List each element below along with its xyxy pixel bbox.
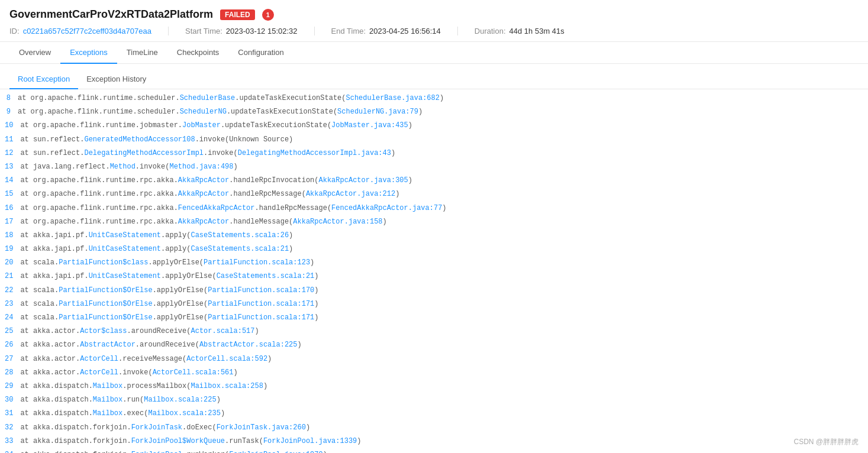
line-number: 32 [0,422,20,433]
line-content: at akka.dispatch.Mailbox.exec(Mailbox.sc… [20,408,868,419]
line-content: at scala.PartialFunction$OrElse.applyOrE… [20,299,868,310]
line-content: at sun.reflect.DelegatingMethodAccessorI… [20,148,868,159]
trace-line: 15 at org.apache.flink.runtime.rpc.akka.… [0,187,868,201]
trace-line: 19 at akka.japi.pf.UnitCaseStatement.app… [0,242,868,256]
line-number: 24 [0,312,20,323]
line-content: at org.apache.flink.runtime.scheduler.Sc… [18,106,868,118]
line-number: 8 [0,93,18,104]
error-count: 1 [262,9,274,21]
line-number: 28 [0,367,20,378]
trace-line: 27 at akka.actor.ActorCell.receiveMessag… [0,352,868,366]
line-content: at akka.dispatch.forkjoin.ForkJoinTask.d… [20,422,868,433]
line-content: at org.apache.flink.runtime.jobmaster.Jo… [20,120,868,131]
trace-line: 18 at akka.japi.pf.UnitCaseStatement.app… [0,229,868,242]
id-value: c0221a657c52f77c2ceff03d4a707eaa [23,27,151,35]
line-number: 15 [0,189,20,200]
tab-checkpoints[interactable]: Checkpoints [167,42,229,64]
trace-line: 13 at java.lang.reflect.Method.invoke(Me… [0,160,868,174]
meta-id: ID: c0221a657c52f77c2ceff03d4a707eaa [9,27,169,35]
subtab-exception-history[interactable]: Exception History [78,70,154,89]
trace-line: 34 at akka.dispatch.forkjoin.ForkJoinPoo… [0,448,868,453]
line-content: at java.lang.reflect.Method.invoke(Metho… [20,161,868,173]
line-number: 16 [0,203,20,214]
line-content: at org.apache.flink.runtime.rpc.akka.Akk… [20,216,868,228]
meta-end: End Time: 2023-04-25 16:56:14 [331,27,458,35]
line-number: 27 [0,354,20,365]
line-number: 20 [0,257,20,268]
line-number: 13 [0,161,20,173]
line-number: 12 [0,148,20,159]
line-content: at akka.actor.ActorCell.invoke(ActorCell… [20,367,868,378]
content: Root Exception Exception History 8 at or… [0,64,868,453]
trace-line: 25 at akka.actor.Actor$class.aroundRecei… [0,325,868,338]
trace-line: 26 at akka.actor.AbstractActor.aroundRec… [0,338,868,352]
line-number: 33 [0,436,20,447]
line-number: 21 [0,271,20,282]
line-number: 34 [0,449,20,453]
line-number: 30 [0,394,20,406]
line-number: 25 [0,326,20,337]
trace-line: 14 at org.apache.flink.runtime.rpc.akka.… [0,174,868,187]
watermark: CSDN @胖胖胖胖虎 [793,437,859,447]
line-number: 11 [0,134,20,145]
trace-line: 32 at akka.dispatch.forkjoin.ForkJoinTas… [0,421,868,435]
meta-start: Start Time: 2023-03-12 15:02:32 [185,27,315,35]
tab-overview[interactable]: Overview [9,42,60,64]
line-content: at scala.PartialFunction$OrElse.applyOrE… [20,285,868,296]
line-content: at akka.actor.AbstractActor.aroundReceiv… [20,339,868,351]
end-value: 2023-04-25 16:56:14 [369,27,441,35]
sub-tabs: Root Exception Exception History [0,64,868,89]
line-content: at akka.dispatch.forkjoin.ForkJoinPool$W… [20,436,868,447]
line-number: 29 [0,381,20,392]
tab-timeline[interactable]: TimeLine [117,42,167,64]
duration-value: 44d 1h 53m 41s [509,27,564,35]
line-content: at akka.actor.ActorCell.receiveMessage(A… [20,354,868,365]
trace-line: 24 at scala.PartialFunction$OrElse.apply… [0,311,868,325]
trace-line: 8 at org.apache.flink.runtime.scheduler.… [0,92,868,105]
line-content: at sun.reflect.GeneratedMethodAccessor10… [20,134,868,145]
stacktrace: 8 at org.apache.flink.runtime.scheduler.… [0,89,868,453]
line-number: 17 [0,216,20,228]
trace-line: 30 at akka.dispatch.Mailbox.run(Mailbox.… [0,393,868,407]
tab-configuration[interactable]: Configuration [228,42,293,64]
meta-duration: Duration: 44d 1h 53m 41s [475,27,581,35]
trace-line: 28 at akka.actor.ActorCell.invoke(ActorC… [0,366,868,380]
line-content: at org.apache.flink.runtime.rpc.akka.Akk… [20,189,868,200]
line-number: 19 [0,244,20,255]
trace-line: 33 at akka.dispatch.forkjoin.ForkJoinPoo… [0,435,868,448]
line-content: at org.apache.flink.runtime.rpc.akka.Akk… [20,175,868,186]
line-number: 31 [0,408,20,419]
line-content: at akka.dispatch.forkjoin.ForkJoinPool.r… [20,449,868,453]
line-number: 22 [0,285,20,296]
line-content: at akka.actor.Actor$class.aroundReceive(… [20,326,868,337]
line-number: 26 [0,339,20,351]
line-content: at akka.dispatch.Mailbox.run(Mailbox.sca… [20,394,868,406]
start-value: 2023-03-12 15:02:32 [226,27,298,35]
line-content: at akka.japi.pf.UnitCaseStatement.apply(… [20,230,868,241]
trace-line: 22 at scala.PartialFunction$OrElse.apply… [0,284,868,297]
trace-line: 21 at akka.japi.pf.UnitCaseStatement.app… [0,270,868,283]
trace-line: 10 at org.apache.flink.runtime.jobmaster… [0,119,868,132]
line-content: at scala.PartialFunction$OrElse.applyOrE… [20,312,868,323]
failed-badge: FAILED [220,9,255,20]
subtab-root-exception[interactable]: Root Exception [9,70,78,89]
tab-exceptions[interactable]: Exceptions [60,42,117,64]
line-content: at org.apache.flink.runtime.rpc.akka.Fen… [20,203,868,214]
line-content: at akka.japi.pf.UnitCaseStatement.apply(… [20,244,868,255]
line-content: at akka.japi.pf.UnitCaseStatement.applyO… [20,271,868,282]
line-number: 14 [0,175,20,186]
app-title: GovernmentCarProV2xRTData2Platform [9,8,213,21]
line-content: at scala.PartialFunction$class.applyOrEl… [20,257,868,268]
line-content: at akka.dispatch.Mailbox.processMailbox(… [20,381,868,392]
trace-line: 29 at akka.dispatch.Mailbox.processMailb… [0,380,868,393]
header-meta: ID: c0221a657c52f77c2ceff03d4a707eaa Sta… [9,27,859,35]
header: GovernmentCarProV2xRTData2Platform FAILE… [0,0,868,64]
trace-line: 20 at scala.PartialFunction$class.applyO… [0,256,868,270]
line-content: at org.apache.flink.runtime.scheduler.Sc… [18,93,868,104]
trace-line: 11 at sun.reflect.GeneratedMethodAccesso… [0,133,868,147]
line-number: 9 [0,106,18,118]
trace-line: 31 at akka.dispatch.Mailbox.exec(Mailbox… [0,407,868,420]
nav-tabs: Overview Exceptions TimeLine Checkpoints… [0,42,868,64]
trace-line: 12 at sun.reflect.DelegatingMethodAccess… [0,147,868,160]
line-number: 18 [0,230,20,241]
